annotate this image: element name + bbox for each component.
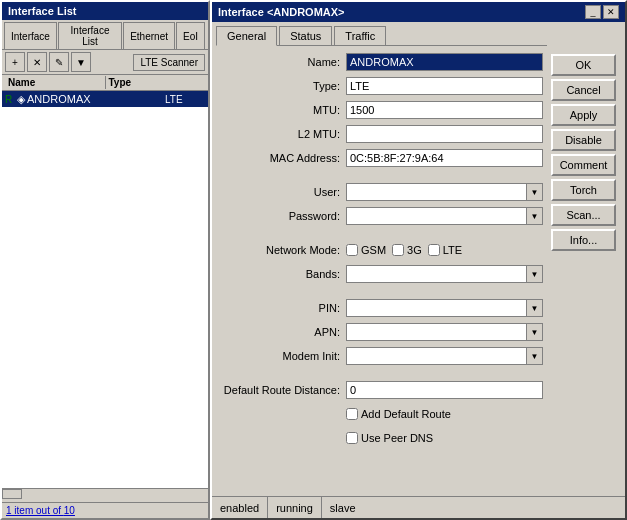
apn-row: APN: ▼ [216,322,543,342]
close-button[interactable]: ✕ [603,5,619,19]
user-label: User: [216,186,346,198]
lte-label: LTE [443,244,462,256]
row-name: ◈ ANDROMAX [17,93,165,106]
network-mode-checkboxes: GSM 3G LTE [346,244,543,256]
item-count-text: 1 item out of [6,505,64,516]
type-input[interactable] [346,77,543,95]
disable-button[interactable]: Disable [551,129,616,151]
mac-input[interactable] [346,149,543,167]
dialog-status-bar: enabled running slave [212,496,625,518]
torch-button[interactable]: Torch [551,179,616,201]
modem-init-input[interactable] [346,347,527,365]
lte-scanner-button[interactable]: LTE Scanner [133,54,205,71]
tab-interface-list[interactable]: Interface List [58,22,122,49]
scroll-thumb[interactable] [2,489,22,499]
modem-init-dropdown-btn[interactable]: ▼ [527,347,543,365]
tab-interface[interactable]: Interface [4,22,57,49]
pin-input[interactable] [346,299,527,317]
l2mtu-label: L2 MTU: [216,128,346,140]
user-dropdown-btn[interactable]: ▼ [527,183,543,201]
horizontal-scrollbar[interactable] [2,488,208,502]
3g-checkbox-item[interactable]: 3G [392,244,422,256]
use-peer-dns-checkbox[interactable] [346,432,358,444]
use-peer-dns-item[interactable]: Use Peer DNS [346,432,433,444]
apn-dropdown-btn[interactable]: ▼ [527,323,543,341]
type-label: Type: [216,80,346,92]
network-mode-row: Network Mode: GSM 3G LTE [216,240,543,260]
apply-button[interactable]: Apply [551,104,616,126]
pin-label: PIN: [216,302,346,314]
add-default-route-label: Add Default Route [361,408,451,420]
comment-button[interactable]: Comment [551,154,616,176]
user-row: User: ▼ [216,182,543,202]
dialog-content: General Status Traffic Name: Type: MTU: [212,22,625,496]
password-row: Password: ▼ [216,206,543,226]
add-default-route-checkbox[interactable] [346,408,358,420]
col-name: Name [5,76,106,89]
default-route-distance-label: Default Route Distance: [216,384,346,396]
lte-checkbox-item[interactable]: LTE [428,244,462,256]
3g-label: 3G [407,244,422,256]
mtu-input[interactable] [346,101,543,119]
tab-eoi[interactable]: EoI [176,22,205,49]
bands-label: Bands: [216,268,346,280]
left-tabs-row: Interface Interface List Ethernet EoI [2,20,208,50]
add-default-route-item[interactable]: Add Default Route [346,408,451,420]
network-mode-label: Network Mode: [216,244,346,256]
modem-init-label: Modem Init: [216,350,346,362]
mtu-label: MTU: [216,104,346,116]
pin-dropdown-btn[interactable]: ▼ [527,299,543,317]
l2mtu-row: L2 MTU: [216,124,543,144]
interface-list-body: R ◈ ANDROMAX LTE [2,91,208,488]
status-enabled: enabled [212,497,268,518]
item-count-link[interactable]: 10 [64,505,75,516]
dialog-tabs: General Status Traffic [216,26,547,46]
bands-dropdown-btn[interactable]: ▼ [527,265,543,283]
bands-input[interactable] [346,265,527,283]
interface-dialog: Interface <ANDROMAX> _ ✕ General Status … [210,0,627,520]
ok-button[interactable]: OK [551,54,616,76]
tab-traffic[interactable]: Traffic [334,26,386,45]
dialog-title-bar: Interface <ANDROMAX> _ ✕ [212,2,625,22]
mtu-row: MTU: [216,100,543,120]
lte-checkbox[interactable] [428,244,440,256]
col-type: Type [106,76,206,89]
password-input[interactable] [346,207,527,225]
status-bar: 1 item out of 10 [2,502,208,518]
use-peer-dns-label: Use Peer DNS [361,432,433,444]
password-input-group: ▼ [346,207,543,225]
3g-checkbox[interactable] [392,244,404,256]
status-slave: slave [322,497,364,518]
info-button[interactable]: Info... [551,229,616,251]
tab-ethernet[interactable]: Ethernet [123,22,175,49]
filter-button[interactable]: ▼ [71,52,91,72]
gsm-checkbox-item[interactable]: GSM [346,244,386,256]
scan-button[interactable]: Scan... [551,204,616,226]
default-route-distance-input[interactable] [346,381,543,399]
toolbar: + ✕ ✎ ▼ LTE Scanner [2,50,208,75]
apn-input[interactable] [346,323,527,341]
gsm-checkbox[interactable] [346,244,358,256]
l2mtu-input[interactable] [346,125,543,143]
interface-list-panel: Interface List Interface Interface List … [0,0,210,520]
bands-row: Bands: ▼ [216,264,543,284]
modem-init-row: Modem Init: ▼ [216,346,543,366]
interface-list-title: Interface List [2,2,208,20]
apn-input-group: ▼ [346,323,543,341]
tab-general[interactable]: General [216,26,277,46]
status-running: running [268,497,322,518]
name-input[interactable] [346,53,543,71]
add-button[interactable]: + [5,52,25,72]
add-default-route-row: Add Default Route [216,404,543,424]
use-peer-dns-row: Use Peer DNS [216,428,543,448]
cancel-button[interactable]: Cancel [551,79,616,101]
tab-status[interactable]: Status [279,26,332,45]
edit-button[interactable]: ✎ [49,52,69,72]
list-item[interactable]: R ◈ ANDROMAX LTE [2,91,208,107]
user-input[interactable] [346,183,527,201]
remove-button[interactable]: ✕ [27,52,47,72]
modem-init-input-group: ▼ [346,347,543,365]
minimize-button[interactable]: _ [585,5,601,19]
password-dropdown-btn[interactable]: ▼ [527,207,543,225]
pin-input-group: ▼ [346,299,543,317]
